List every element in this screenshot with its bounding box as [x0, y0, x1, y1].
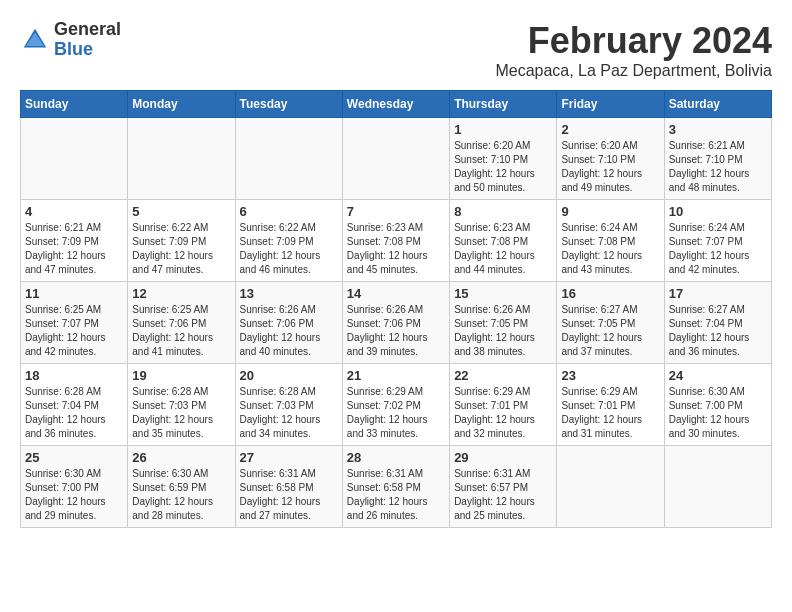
- weekday-header: Friday: [557, 91, 664, 118]
- day-number: 9: [561, 204, 659, 219]
- day-info: Sunrise: 6:25 AM Sunset: 7:07 PM Dayligh…: [25, 303, 123, 359]
- day-info: Sunrise: 6:30 AM Sunset: 7:00 PM Dayligh…: [25, 467, 123, 523]
- calendar-cell: 24Sunrise: 6:30 AM Sunset: 7:00 PM Dayli…: [664, 364, 771, 446]
- day-number: 15: [454, 286, 552, 301]
- calendar-week-row: 11Sunrise: 6:25 AM Sunset: 7:07 PM Dayli…: [21, 282, 772, 364]
- calendar-cell: 20Sunrise: 6:28 AM Sunset: 7:03 PM Dayli…: [235, 364, 342, 446]
- calendar-cell: 18Sunrise: 6:28 AM Sunset: 7:04 PM Dayli…: [21, 364, 128, 446]
- day-info: Sunrise: 6:26 AM Sunset: 7:06 PM Dayligh…: [347, 303, 445, 359]
- calendar-cell: [557, 446, 664, 528]
- day-number: 23: [561, 368, 659, 383]
- calendar-cell: 9Sunrise: 6:24 AM Sunset: 7:08 PM Daylig…: [557, 200, 664, 282]
- weekday-header: Thursday: [450, 91, 557, 118]
- logo-blue: Blue: [54, 40, 121, 60]
- calendar-cell: 19Sunrise: 6:28 AM Sunset: 7:03 PM Dayli…: [128, 364, 235, 446]
- day-number: 16: [561, 286, 659, 301]
- day-info: Sunrise: 6:31 AM Sunset: 6:57 PM Dayligh…: [454, 467, 552, 523]
- calendar-cell: 15Sunrise: 6:26 AM Sunset: 7:05 PM Dayli…: [450, 282, 557, 364]
- day-number: 20: [240, 368, 338, 383]
- location-subtitle: Mecapaca, La Paz Department, Bolivia: [495, 62, 772, 80]
- day-info: Sunrise: 6:31 AM Sunset: 6:58 PM Dayligh…: [240, 467, 338, 523]
- weekday-header: Saturday: [664, 91, 771, 118]
- day-info: Sunrise: 6:26 AM Sunset: 7:05 PM Dayligh…: [454, 303, 552, 359]
- day-number: 8: [454, 204, 552, 219]
- day-info: Sunrise: 6:23 AM Sunset: 7:08 PM Dayligh…: [454, 221, 552, 277]
- day-number: 13: [240, 286, 338, 301]
- calendar-cell: 1Sunrise: 6:20 AM Sunset: 7:10 PM Daylig…: [450, 118, 557, 200]
- logo-text: General Blue: [54, 20, 121, 60]
- page-header: General Blue February 2024 Mecapaca, La …: [20, 20, 772, 80]
- day-info: Sunrise: 6:29 AM Sunset: 7:01 PM Dayligh…: [454, 385, 552, 441]
- calendar-cell: 16Sunrise: 6:27 AM Sunset: 7:05 PM Dayli…: [557, 282, 664, 364]
- calendar-table: SundayMondayTuesdayWednesdayThursdayFrid…: [20, 90, 772, 528]
- day-number: 18: [25, 368, 123, 383]
- weekday-header: Monday: [128, 91, 235, 118]
- day-number: 22: [454, 368, 552, 383]
- calendar-cell: 4Sunrise: 6:21 AM Sunset: 7:09 PM Daylig…: [21, 200, 128, 282]
- day-number: 26: [132, 450, 230, 465]
- calendar-cell: [21, 118, 128, 200]
- day-info: Sunrise: 6:20 AM Sunset: 7:10 PM Dayligh…: [561, 139, 659, 195]
- day-info: Sunrise: 6:28 AM Sunset: 7:04 PM Dayligh…: [25, 385, 123, 441]
- day-info: Sunrise: 6:31 AM Sunset: 6:58 PM Dayligh…: [347, 467, 445, 523]
- day-number: 11: [25, 286, 123, 301]
- weekday-header: Wednesday: [342, 91, 449, 118]
- calendar-cell: 22Sunrise: 6:29 AM Sunset: 7:01 PM Dayli…: [450, 364, 557, 446]
- weekday-header: Tuesday: [235, 91, 342, 118]
- calendar-week-row: 18Sunrise: 6:28 AM Sunset: 7:04 PM Dayli…: [21, 364, 772, 446]
- calendar-cell: 5Sunrise: 6:22 AM Sunset: 7:09 PM Daylig…: [128, 200, 235, 282]
- calendar-cell: 21Sunrise: 6:29 AM Sunset: 7:02 PM Dayli…: [342, 364, 449, 446]
- calendar-cell: [128, 118, 235, 200]
- day-info: Sunrise: 6:21 AM Sunset: 7:09 PM Dayligh…: [25, 221, 123, 277]
- day-number: 24: [669, 368, 767, 383]
- calendar-cell: 26Sunrise: 6:30 AM Sunset: 6:59 PM Dayli…: [128, 446, 235, 528]
- day-info: Sunrise: 6:21 AM Sunset: 7:10 PM Dayligh…: [669, 139, 767, 195]
- day-info: Sunrise: 6:27 AM Sunset: 7:04 PM Dayligh…: [669, 303, 767, 359]
- logo: General Blue: [20, 20, 121, 60]
- day-number: 1: [454, 122, 552, 137]
- calendar-cell: 3Sunrise: 6:21 AM Sunset: 7:10 PM Daylig…: [664, 118, 771, 200]
- day-number: 17: [669, 286, 767, 301]
- day-number: 2: [561, 122, 659, 137]
- day-number: 27: [240, 450, 338, 465]
- calendar-cell: 10Sunrise: 6:24 AM Sunset: 7:07 PM Dayli…: [664, 200, 771, 282]
- calendar-cell: 6Sunrise: 6:22 AM Sunset: 7:09 PM Daylig…: [235, 200, 342, 282]
- calendar-cell: 23Sunrise: 6:29 AM Sunset: 7:01 PM Dayli…: [557, 364, 664, 446]
- day-number: 19: [132, 368, 230, 383]
- logo-icon: [20, 25, 50, 55]
- calendar-cell: 8Sunrise: 6:23 AM Sunset: 7:08 PM Daylig…: [450, 200, 557, 282]
- day-number: 4: [25, 204, 123, 219]
- title-section: February 2024 Mecapaca, La Paz Departmen…: [495, 20, 772, 80]
- day-number: 5: [132, 204, 230, 219]
- day-number: 3: [669, 122, 767, 137]
- day-info: Sunrise: 6:24 AM Sunset: 7:07 PM Dayligh…: [669, 221, 767, 277]
- calendar-week-row: 4Sunrise: 6:21 AM Sunset: 7:09 PM Daylig…: [21, 200, 772, 282]
- day-info: Sunrise: 6:28 AM Sunset: 7:03 PM Dayligh…: [132, 385, 230, 441]
- day-info: Sunrise: 6:27 AM Sunset: 7:05 PM Dayligh…: [561, 303, 659, 359]
- logo-general: General: [54, 20, 121, 40]
- weekday-header: Sunday: [21, 91, 128, 118]
- calendar-cell: 28Sunrise: 6:31 AM Sunset: 6:58 PM Dayli…: [342, 446, 449, 528]
- day-number: 29: [454, 450, 552, 465]
- day-number: 14: [347, 286, 445, 301]
- calendar-cell: 29Sunrise: 6:31 AM Sunset: 6:57 PM Dayli…: [450, 446, 557, 528]
- day-info: Sunrise: 6:26 AM Sunset: 7:06 PM Dayligh…: [240, 303, 338, 359]
- day-number: 6: [240, 204, 338, 219]
- calendar-cell: 14Sunrise: 6:26 AM Sunset: 7:06 PM Dayli…: [342, 282, 449, 364]
- calendar-cell: 2Sunrise: 6:20 AM Sunset: 7:10 PM Daylig…: [557, 118, 664, 200]
- calendar-cell: [235, 118, 342, 200]
- calendar-cell: [342, 118, 449, 200]
- day-info: Sunrise: 6:25 AM Sunset: 7:06 PM Dayligh…: [132, 303, 230, 359]
- day-info: Sunrise: 6:24 AM Sunset: 7:08 PM Dayligh…: [561, 221, 659, 277]
- day-info: Sunrise: 6:30 AM Sunset: 6:59 PM Dayligh…: [132, 467, 230, 523]
- calendar-cell: 25Sunrise: 6:30 AM Sunset: 7:00 PM Dayli…: [21, 446, 128, 528]
- calendar-cell: 13Sunrise: 6:26 AM Sunset: 7:06 PM Dayli…: [235, 282, 342, 364]
- day-info: Sunrise: 6:28 AM Sunset: 7:03 PM Dayligh…: [240, 385, 338, 441]
- day-info: Sunrise: 6:30 AM Sunset: 7:00 PM Dayligh…: [669, 385, 767, 441]
- day-number: 28: [347, 450, 445, 465]
- weekday-header-row: SundayMondayTuesdayWednesdayThursdayFrid…: [21, 91, 772, 118]
- day-info: Sunrise: 6:22 AM Sunset: 7:09 PM Dayligh…: [240, 221, 338, 277]
- day-number: 7: [347, 204, 445, 219]
- calendar-cell: [664, 446, 771, 528]
- calendar-week-row: 1Sunrise: 6:20 AM Sunset: 7:10 PM Daylig…: [21, 118, 772, 200]
